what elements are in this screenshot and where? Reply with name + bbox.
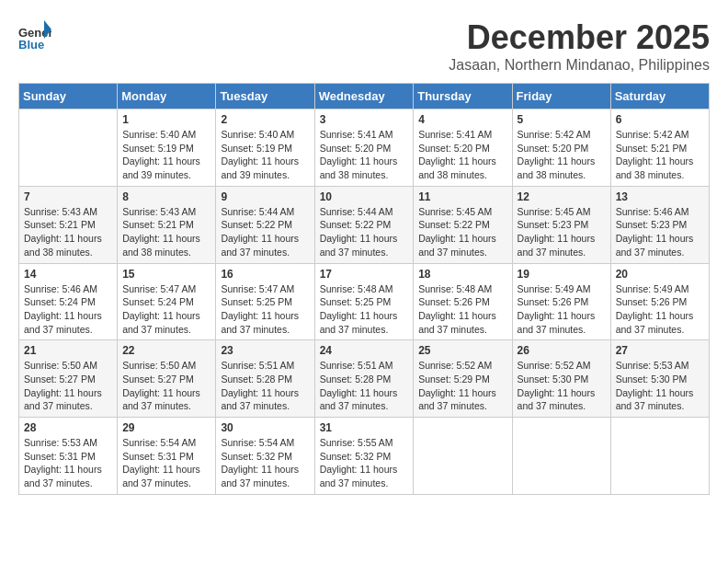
day-number: 9: [221, 190, 309, 203]
day-number: 3: [320, 113, 409, 126]
weekday-saturday: Saturday: [610, 84, 709, 109]
calendar-cell: 17Sunrise: 5:48 AM Sunset: 5:25 PM Dayli…: [314, 263, 414, 340]
title-area: December 2025 Jasaan, Northern Mindanao,…: [449, 18, 710, 74]
day-number: 20: [616, 268, 704, 281]
day-number: 17: [320, 268, 409, 281]
calendar-cell: 16Sunrise: 5:47 AM Sunset: 5:25 PM Dayli…: [216, 263, 314, 340]
weekday-header-row: SundayMondayTuesdayWednesdayThursdayFrid…: [19, 84, 710, 109]
calendar-week-5: 28Sunrise: 5:53 AM Sunset: 5:31 PM Dayli…: [19, 418, 710, 495]
day-number: 19: [518, 268, 606, 281]
day-number: 21: [24, 344, 112, 357]
day-info: Sunrise: 5:52 AM Sunset: 5:30 PM Dayligh…: [518, 359, 606, 413]
calendar-cell: 20Sunrise: 5:49 AM Sunset: 5:26 PM Dayli…: [610, 263, 709, 340]
calendar-cell: 8Sunrise: 5:43 AM Sunset: 5:21 PM Daylig…: [118, 186, 216, 263]
weekday-wednesday: Wednesday: [314, 84, 414, 109]
calendar-cell: 13Sunrise: 5:46 AM Sunset: 5:23 PM Dayli…: [610, 186, 709, 263]
calendar-cell: 4Sunrise: 5:41 AM Sunset: 5:20 PM Daylig…: [414, 109, 512, 187]
weekday-tuesday: Tuesday: [216, 84, 314, 109]
calendar-cell: [414, 418, 512, 495]
day-info: Sunrise: 5:50 AM Sunset: 5:27 PM Dayligh…: [122, 359, 210, 413]
day-info: Sunrise: 5:50 AM Sunset: 5:27 PM Dayligh…: [24, 359, 112, 413]
calendar-cell: [610, 418, 709, 495]
day-number: 10: [320, 190, 409, 203]
day-info: Sunrise: 5:45 AM Sunset: 5:23 PM Dayligh…: [518, 205, 606, 259]
calendar-cell: 19Sunrise: 5:49 AM Sunset: 5:26 PM Dayli…: [512, 263, 610, 340]
calendar-cell: 3Sunrise: 5:41 AM Sunset: 5:20 PM Daylig…: [314, 109, 414, 187]
day-number: 13: [616, 190, 704, 203]
day-number: 30: [221, 421, 309, 434]
calendar-cell: 30Sunrise: 5:54 AM Sunset: 5:32 PM Dayli…: [216, 418, 314, 495]
day-number: 18: [418, 268, 506, 281]
calendar-cell: 14Sunrise: 5:46 AM Sunset: 5:24 PM Dayli…: [19, 263, 118, 340]
day-info: Sunrise: 5:47 AM Sunset: 5:24 PM Dayligh…: [122, 282, 210, 337]
day-number: 12: [518, 190, 606, 203]
calendar-cell: 11Sunrise: 5:45 AM Sunset: 5:22 PM Dayli…: [414, 186, 512, 263]
calendar-cell: 21Sunrise: 5:50 AM Sunset: 5:27 PM Dayli…: [19, 340, 118, 418]
calendar-cell: 31Sunrise: 5:55 AM Sunset: 5:32 PM Dayli…: [314, 418, 414, 495]
day-number: 11: [418, 190, 506, 203]
day-number: 4: [418, 113, 506, 126]
day-number: 14: [24, 268, 112, 281]
calendar-cell: 6Sunrise: 5:42 AM Sunset: 5:21 PM Daylig…: [610, 109, 709, 187]
day-info: Sunrise: 5:40 AM Sunset: 5:19 PM Dayligh…: [221, 128, 309, 182]
day-number: 7: [24, 190, 112, 203]
day-info: Sunrise: 5:46 AM Sunset: 5:24 PM Dayligh…: [24, 282, 112, 337]
day-info: Sunrise: 5:46 AM Sunset: 5:23 PM Dayligh…: [616, 205, 704, 259]
day-info: Sunrise: 5:41 AM Sunset: 5:20 PM Dayligh…: [320, 128, 409, 182]
calendar-cell: 2Sunrise: 5:40 AM Sunset: 5:19 PM Daylig…: [216, 109, 314, 187]
day-number: 6: [616, 113, 704, 126]
day-info: Sunrise: 5:49 AM Sunset: 5:26 PM Dayligh…: [616, 282, 704, 337]
calendar-cell: 18Sunrise: 5:48 AM Sunset: 5:26 PM Dayli…: [414, 263, 512, 340]
day-number: 27: [616, 344, 704, 357]
day-info: Sunrise: 5:55 AM Sunset: 5:32 PM Dayligh…: [320, 436, 409, 490]
weekday-thursday: Thursday: [414, 84, 512, 109]
calendar-cell: 29Sunrise: 5:54 AM Sunset: 5:31 PM Dayli…: [118, 418, 216, 495]
calendar-cell: 28Sunrise: 5:53 AM Sunset: 5:31 PM Dayli…: [19, 418, 118, 495]
day-info: Sunrise: 5:53 AM Sunset: 5:31 PM Dayligh…: [24, 436, 112, 490]
calendar-week-4: 21Sunrise: 5:50 AM Sunset: 5:27 PM Dayli…: [19, 340, 710, 418]
day-number: 29: [122, 421, 210, 434]
day-info: Sunrise: 5:43 AM Sunset: 5:21 PM Dayligh…: [24, 205, 112, 259]
logo: General Blue: [18, 18, 51, 52]
calendar-table: SundayMondayTuesdayWednesdayThursdayFrid…: [18, 83, 710, 495]
logo-icon: General Blue: [18, 18, 51, 52]
weekday-monday: Monday: [118, 84, 216, 109]
day-number: 16: [221, 268, 309, 281]
day-info: Sunrise: 5:53 AM Sunset: 5:30 PM Dayligh…: [616, 359, 704, 413]
day-info: Sunrise: 5:41 AM Sunset: 5:20 PM Dayligh…: [418, 128, 506, 182]
day-info: Sunrise: 5:54 AM Sunset: 5:31 PM Dayligh…: [122, 436, 210, 490]
calendar-cell: 5Sunrise: 5:42 AM Sunset: 5:20 PM Daylig…: [512, 109, 610, 187]
svg-text:Blue: Blue: [18, 38, 44, 52]
day-info: Sunrise: 5:49 AM Sunset: 5:26 PM Dayligh…: [518, 282, 606, 337]
calendar-cell: 10Sunrise: 5:44 AM Sunset: 5:22 PM Dayli…: [314, 186, 414, 263]
calendar-cell: [19, 109, 118, 187]
calendar-week-1: 1Sunrise: 5:40 AM Sunset: 5:19 PM Daylig…: [19, 109, 710, 187]
day-info: Sunrise: 5:40 AM Sunset: 5:19 PM Dayligh…: [122, 128, 210, 182]
calendar-cell: 22Sunrise: 5:50 AM Sunset: 5:27 PM Dayli…: [118, 340, 216, 418]
location-title: Jasaan, Northern Mindanao, Philippines: [449, 57, 710, 74]
calendar-cell: 25Sunrise: 5:52 AM Sunset: 5:29 PM Dayli…: [414, 340, 512, 418]
calendar-body: 1Sunrise: 5:40 AM Sunset: 5:19 PM Daylig…: [19, 109, 710, 495]
day-info: Sunrise: 5:42 AM Sunset: 5:20 PM Dayligh…: [518, 128, 606, 182]
day-number: 5: [518, 113, 606, 126]
day-number: 8: [122, 190, 210, 203]
calendar-cell: 1Sunrise: 5:40 AM Sunset: 5:19 PM Daylig…: [118, 109, 216, 187]
month-title: December 2025: [449, 18, 710, 57]
day-number: 1: [122, 113, 210, 126]
day-info: Sunrise: 5:47 AM Sunset: 5:25 PM Dayligh…: [221, 282, 309, 337]
day-info: Sunrise: 5:51 AM Sunset: 5:28 PM Dayligh…: [221, 359, 309, 413]
calendar-cell: 12Sunrise: 5:45 AM Sunset: 5:23 PM Dayli…: [512, 186, 610, 263]
day-info: Sunrise: 5:52 AM Sunset: 5:29 PM Dayligh…: [418, 359, 506, 413]
day-number: 31: [320, 421, 409, 434]
day-info: Sunrise: 5:44 AM Sunset: 5:22 PM Dayligh…: [221, 205, 309, 259]
calendar-week-3: 14Sunrise: 5:46 AM Sunset: 5:24 PM Dayli…: [19, 263, 710, 340]
day-info: Sunrise: 5:51 AM Sunset: 5:28 PM Dayligh…: [320, 359, 409, 413]
day-number: 2: [221, 113, 309, 126]
day-info: Sunrise: 5:48 AM Sunset: 5:26 PM Dayligh…: [418, 282, 506, 337]
calendar-cell: 27Sunrise: 5:53 AM Sunset: 5:30 PM Dayli…: [610, 340, 709, 418]
day-info: Sunrise: 5:54 AM Sunset: 5:32 PM Dayligh…: [221, 436, 309, 490]
day-number: 24: [320, 344, 409, 357]
day-number: 25: [418, 344, 506, 357]
calendar-cell: 26Sunrise: 5:52 AM Sunset: 5:30 PM Dayli…: [512, 340, 610, 418]
calendar-cell: 9Sunrise: 5:44 AM Sunset: 5:22 PM Daylig…: [216, 186, 314, 263]
